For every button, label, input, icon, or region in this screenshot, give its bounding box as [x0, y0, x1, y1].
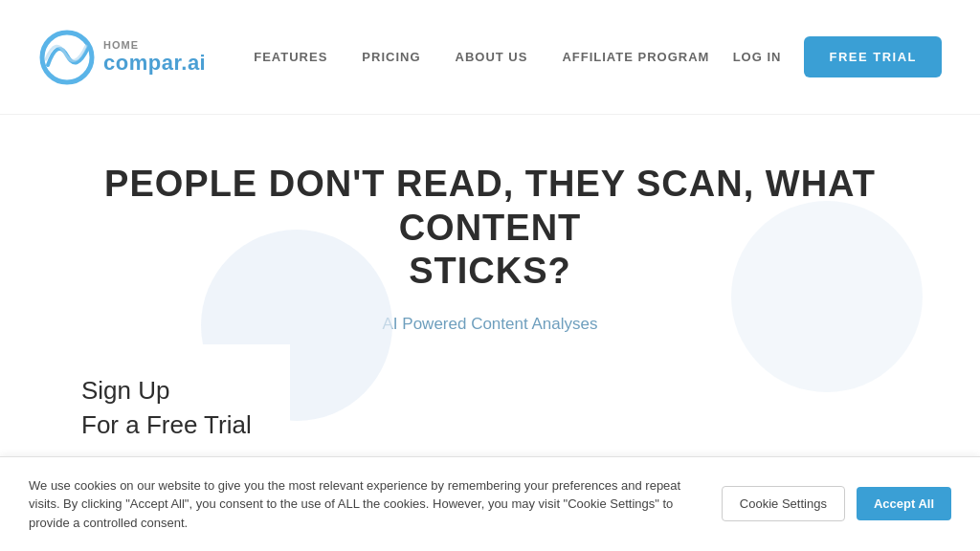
- nav-link-features[interactable]: FEATURES: [254, 50, 327, 64]
- hero-section: PEOPLE DON'T READ, THEY SCAN, WHAT CONTE…: [0, 115, 980, 363]
- free-trial-button[interactable]: FREE TRIAL: [804, 36, 942, 77]
- nav-link-affiliate[interactable]: AFFILIATE PROGRAM: [562, 50, 709, 64]
- cookie-text: We use cookies on our website to give yo…: [29, 476, 702, 533]
- hero-title: PEOPLE DON'T READ, THEY SCAN, WHAT CONTE…: [40, 163, 940, 294]
- nav-link-pricing[interactable]: PRICING: [362, 50, 420, 64]
- navbar: HOME compar.ai FEATURES PRICING ABOUT US…: [0, 0, 980, 115]
- logo-home-label: HOME: [103, 39, 206, 51]
- nav-links: FEATURES PRICING ABOUT US AFFILIATE PROG…: [254, 50, 732, 64]
- nav-right: LOG IN FREE TRIAL: [733, 36, 942, 77]
- accept-all-button[interactable]: Accept All: [857, 487, 951, 520]
- logo[interactable]: HOME compar.ai: [38, 29, 206, 86]
- hero-subtitle: AI Powered Content Analyses: [383, 315, 598, 334]
- logo-brand-text: compar.ai: [103, 51, 206, 76]
- signup-card: Sign Up For a Free Trial: [43, 344, 290, 472]
- logo-icon: [38, 29, 96, 86]
- login-link[interactable]: LOG IN: [733, 50, 782, 64]
- nav-link-about[interactable]: ABOUT US: [456, 50, 528, 64]
- cookie-buttons: Cookie Settings Accept All: [722, 486, 951, 521]
- cookie-settings-button[interactable]: Cookie Settings: [722, 486, 845, 521]
- signup-title: Sign Up For a Free Trial: [81, 373, 252, 443]
- cookie-banner: We use cookies on our website to give yo…: [0, 456, 980, 552]
